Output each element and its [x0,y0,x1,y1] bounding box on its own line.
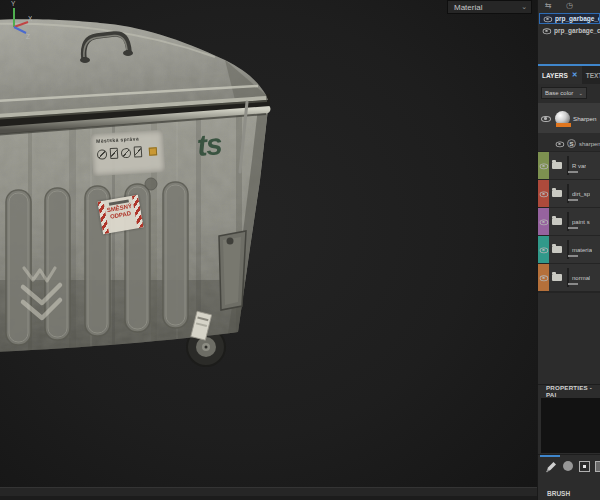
eye-icon[interactable] [541,114,550,123]
right-dock-panel: ⇆ ◷ prp_garbage_c prp_garbage_c LAYERS ✕… [537,0,600,500]
eye-icon[interactable] [540,218,548,226]
dumpster-model-render [0,0,537,500]
folder-icon [552,246,562,253]
mask-indicator [568,171,578,173]
dock-shelf [0,487,537,500]
material-shader-dropdown-value: Material [454,3,482,12]
chevron-down-icon: ⌄ [578,90,583,96]
brush-section-header: BRUSH [538,486,600,500]
channel-dropdown[interactable]: Base color ⌄ [541,87,587,99]
folder-icon [552,162,562,169]
axis-label-y: Y [11,0,16,7]
side-lift-bracket [219,231,246,310]
layer-name: sharpen [579,141,600,147]
layer-row-sharpen[interactable]: Sharpen [538,103,600,133]
mask-indicator [568,199,578,201]
projection-tool-icon[interactable] [579,461,590,472]
mask-indicator [568,227,578,229]
folder-icon [552,190,562,197]
eye-icon[interactable] [540,246,548,254]
layer-name: R var [572,163,586,169]
application-window: Městská správa SMĚSNÝ ODPAD ts Material … [0,0,600,500]
layer-row-sharpen-effect[interactable]: S sharpen [538,136,600,151]
symmetry-icon[interactable]: ⇆ [545,1,552,10]
eye-icon[interactable] [540,190,548,198]
mask-indicator [568,255,578,257]
layer-name: paint s [572,219,590,225]
layer-group-row[interactable]: paint s [538,208,600,235]
viewport-3d[interactable]: Městská správa SMĚSNÝ ODPAD ts Material … [0,0,537,500]
texture-set-item[interactable]: prp_garbage_c [539,25,600,36]
material-shader-dropdown[interactable]: Material ⌄ [447,0,532,14]
layer-name: Sharpen [573,115,596,122]
folder-icon [552,218,562,225]
tab-texture-set[interactable]: TEXT [582,66,600,84]
eraser-tool-icon[interactable] [563,461,573,471]
axis-label-z: Z [26,33,30,40]
axis-gizmo[interactable]: Y X Z [0,0,32,40]
eye-icon[interactable] [543,27,551,35]
eye-icon[interactable] [540,274,548,282]
close-icon[interactable]: ✕ [572,71,578,79]
folder-icon [552,274,562,281]
paint-brush-tool-icon[interactable] [544,461,557,474]
layer-group-row[interactable]: materia [538,236,600,263]
channel-dropdown-value: Base color [545,90,573,96]
axis-label-x: X [28,15,32,22]
layer-name: normal [572,275,590,281]
properties-dock-body [541,398,600,453]
clock-icon[interactable]: ◷ [566,1,573,10]
eye-icon[interactable] [556,140,564,148]
properties-dock-header: PROPERTIES - PAI [538,384,600,397]
layer-group-row[interactable]: normal [538,264,600,291]
eye-icon[interactable] [540,162,548,170]
layer-group-row[interactable]: R var [538,152,600,179]
layer-group-row[interactable]: dirt_sp [538,180,600,207]
layer-name: dirt_sp [572,191,590,197]
chevron-down-icon: ⌄ [521,3,527,11]
layer-name: materia [572,247,592,253]
texture-set-label: prp_garbage_c [554,27,600,34]
selected-layer-indicator [556,123,571,127]
texture-set-item-selected[interactable]: prp_garbage_c [539,13,600,24]
paint-toolbar [538,454,600,480]
texture-set-label: prp_garbage_c [555,15,600,22]
polygon-fill-tool-icon[interactable] [595,461,600,472]
tab-layers[interactable]: LAYERS ✕ [538,66,582,84]
layers-dock-tabbar: LAYERS ✕ TEXT [538,64,600,84]
eye-icon[interactable] [544,15,552,23]
active-tool-indicator [540,455,560,457]
mask-indicator [568,283,578,285]
filter-icon: S [567,139,576,148]
